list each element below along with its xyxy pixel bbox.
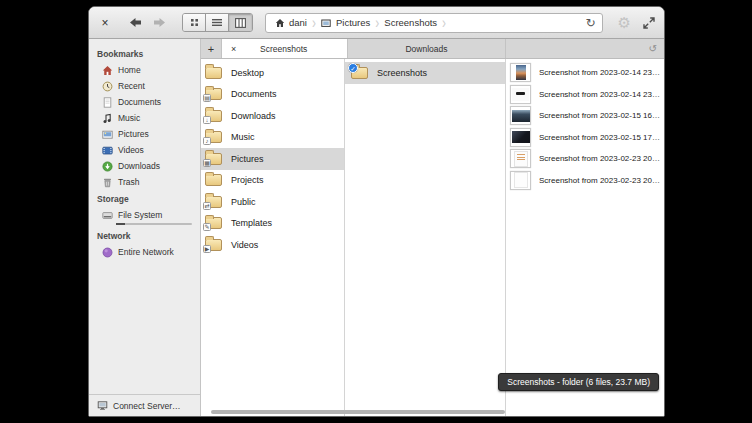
refresh-button[interactable]: ↻ bbox=[585, 17, 595, 29]
sidebar-item-label: Downloads bbox=[118, 161, 160, 171]
window-close-button[interactable]: × bbox=[98, 16, 112, 30]
file-row[interactable]: Screenshot from 2023-02-14 23… bbox=[506, 84, 664, 106]
sidebar-item-videos[interactable]: Videos bbox=[89, 142, 200, 158]
sidebar-item-music[interactable]: Music bbox=[89, 110, 200, 126]
folder-row-public[interactable]: ⇄ Public bbox=[201, 191, 344, 213]
folder-row-screenshots-selected[interactable]: Screenshots bbox=[345, 62, 505, 84]
breadcrumb-current[interactable]: Screenshots bbox=[382, 17, 439, 28]
thumbnail-preview bbox=[516, 65, 526, 80]
tab-downloads[interactable]: Downloads bbox=[348, 39, 506, 58]
settings-gear-button[interactable]: ⚙ bbox=[618, 15, 631, 30]
list-view-icon bbox=[212, 18, 222, 27]
music-note-icon bbox=[102, 113, 113, 124]
restore-closed-tab-button[interactable]: ↺ bbox=[649, 39, 664, 58]
files-window: × bbox=[88, 6, 665, 417]
sidebar-item-file-system[interactable]: File System bbox=[89, 207, 200, 223]
selected-check-icon bbox=[348, 63, 358, 73]
breadcrumb-home[interactable]: dani bbox=[272, 17, 309, 28]
sidebar-item-downloads[interactable]: Downloads bbox=[89, 158, 200, 174]
folder-row-downloads[interactable]: ↓ Downloads bbox=[201, 105, 344, 127]
folder-row-pictures-selected[interactable]: ▦ Pictures bbox=[201, 148, 344, 170]
folder-label: Videos bbox=[231, 240, 258, 250]
folder-info-tooltip: Screenshots - folder (6 files, 23.7 MB) bbox=[498, 373, 659, 391]
toolbar: × bbox=[89, 7, 664, 39]
connect-server-button[interactable]: Connect Server… bbox=[89, 394, 200, 416]
tab-close-icon[interactable]: × bbox=[222, 44, 236, 54]
sidebar-item-label: Documents bbox=[118, 97, 161, 107]
file-name: Screenshot from 2023-02-15 17… bbox=[539, 133, 660, 142]
image-thumbnail bbox=[510, 106, 531, 125]
folder-icon: ⇄ bbox=[205, 196, 222, 208]
thumbnail-preview bbox=[512, 88, 529, 101]
sidebar-item-home[interactable]: Home bbox=[89, 62, 200, 78]
tab-label: Screenshots bbox=[236, 44, 347, 54]
sidebar: Bookmarks Home Recent Documents bbox=[89, 39, 201, 416]
sidebar-item-recent[interactable]: Recent bbox=[89, 78, 200, 94]
expand-arrows-icon bbox=[643, 17, 655, 29]
file-row[interactable]: Screenshot from 2023-02-14 23… bbox=[506, 62, 664, 84]
sidebar-item-label: Trash bbox=[118, 177, 139, 187]
column-home: Desktop ▤ Documents ↓ Downloads ♪ Music bbox=[201, 59, 345, 416]
back-arrow-icon bbox=[129, 17, 142, 28]
home-icon bbox=[102, 65, 113, 76]
forward-arrow-icon bbox=[153, 17, 166, 28]
file-row[interactable]: Screenshot from 2023-02-15 16… bbox=[506, 105, 664, 127]
sidebar-item-pictures[interactable]: Pictures bbox=[89, 126, 200, 142]
folder-icon: ▶ bbox=[205, 239, 222, 251]
folder-label: Documents bbox=[231, 89, 277, 99]
folder-icon bbox=[205, 174, 222, 186]
folder-label: Desktop bbox=[231, 68, 264, 78]
folder-row-videos[interactable]: ▶ Videos bbox=[201, 234, 344, 256]
breadcrumb-pictures[interactable]: Pictures bbox=[319, 17, 372, 28]
horizontal-scrollbar[interactable] bbox=[211, 410, 505, 414]
file-name: Screenshot from 2023-02-15 16… bbox=[539, 111, 660, 120]
sidebar-item-trash[interactable]: Trash bbox=[89, 174, 200, 190]
folder-row-templates[interactable]: ✎ Templates bbox=[201, 213, 344, 235]
miller-columns: Desktop ▤ Documents ↓ Downloads ♪ Music bbox=[201, 59, 664, 416]
sidebar-item-entire-network[interactable]: Entire Network bbox=[89, 244, 200, 260]
connect-server-label: Connect Server… bbox=[113, 401, 181, 411]
network-globe-icon bbox=[102, 247, 113, 258]
file-row[interactable]: Screenshot from 2023-02-15 17… bbox=[506, 127, 664, 149]
folder-emblem-icon: ⇄ bbox=[203, 202, 211, 210]
harddrive-icon bbox=[102, 210, 113, 221]
list-view-button[interactable] bbox=[206, 14, 229, 31]
folder-emblem-icon: ▶ bbox=[203, 245, 211, 253]
new-tab-button[interactable]: + bbox=[201, 39, 222, 58]
thumbnail-preview bbox=[514, 172, 528, 188]
view-switcher bbox=[182, 13, 253, 32]
folder-row-desktop[interactable]: Desktop bbox=[201, 62, 344, 84]
desktop-background: × bbox=[0, 0, 752, 423]
photo-icon bbox=[321, 17, 332, 28]
image-thumbnail bbox=[510, 85, 531, 104]
image-thumbnail bbox=[510, 171, 531, 190]
sidebar-item-documents[interactable]: Documents bbox=[89, 94, 200, 110]
folder-row-projects[interactable]: Projects bbox=[201, 170, 344, 192]
forward-button[interactable] bbox=[152, 16, 167, 29]
fullscreen-button[interactable] bbox=[643, 17, 655, 29]
folder-row-documents[interactable]: ▤ Documents bbox=[201, 84, 344, 106]
back-button[interactable] bbox=[128, 16, 143, 29]
sidebar-item-label: Recent bbox=[118, 81, 145, 91]
grid-view-button[interactable] bbox=[183, 14, 206, 31]
download-circle-icon bbox=[102, 161, 113, 172]
sidebar-item-label: Entire Network bbox=[118, 247, 174, 257]
sidebar-item-label: Music bbox=[118, 113, 140, 123]
sidebar-section-bookmarks: Bookmarks bbox=[89, 45, 200, 62]
folder-label: Screenshots bbox=[377, 68, 427, 78]
home-icon bbox=[274, 17, 285, 28]
sidebar-section-network: Network bbox=[89, 227, 200, 244]
image-thumbnail bbox=[510, 63, 531, 82]
sidebar-item-label: Home bbox=[118, 65, 141, 75]
server-icon bbox=[97, 400, 108, 411]
folder-label: Public bbox=[231, 197, 256, 207]
breadcrumb-current-label: Screenshots bbox=[384, 17, 437, 28]
folder-row-music[interactable]: ♪ Music bbox=[201, 127, 344, 149]
path-bar[interactable]: dani › Pictures › Screenshots › ↻ bbox=[265, 13, 603, 33]
file-row[interactable]: Screenshot from 2023-02-23 20… bbox=[506, 148, 664, 170]
tab-screenshots[interactable]: × Screenshots bbox=[222, 39, 348, 58]
film-icon bbox=[102, 145, 113, 156]
file-name: Screenshot from 2023-02-23 20… bbox=[539, 154, 660, 163]
column-view-button[interactable] bbox=[229, 14, 252, 31]
file-row[interactable]: Screenshot from 2023-02-23 20… bbox=[506, 170, 664, 192]
